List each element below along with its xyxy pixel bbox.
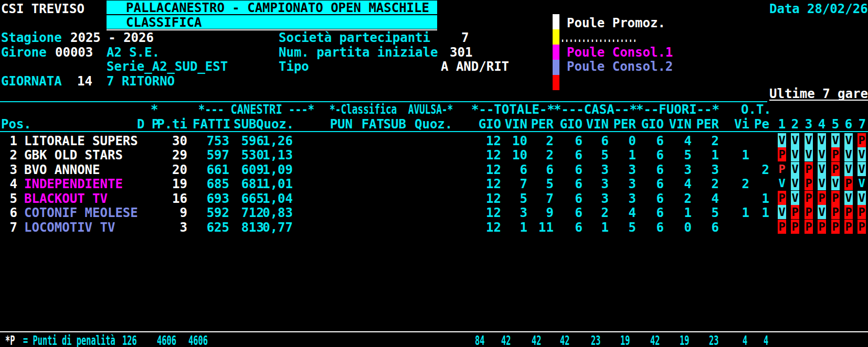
game-result-cell: P [778, 191, 786, 205]
group-header-canestri: *--- CANESTRI ---* [198, 103, 314, 117]
game-result-cell: V [844, 191, 853, 205]
table-row: 4 INDEPENDIENTE 19 685 681 1,01 12 7 5 6… [0, 177, 868, 191]
game-result-cell: P [818, 191, 826, 205]
table-row: 3 BVO ANNONE 20 661 609 1,09 12 6 6 6 3 … [0, 163, 868, 177]
game-result-cell: P [791, 220, 799, 234]
total-per-fuori: 23 [709, 334, 719, 347]
overtime-losses: 1 [733, 206, 769, 220]
quotient-value: 1,26 [256, 134, 293, 148]
group-header-fuori: *--FUORI--* [636, 103, 719, 117]
page-title: PALLACANESTRO - CAMPIONATO OPEN MASCHILE [126, 1, 429, 15]
total-vin-tot: 42 [501, 334, 511, 347]
game-result-cell: V [818, 133, 826, 147]
overtime-losses: 2 [733, 163, 769, 177]
game-result-cell: P [844, 220, 853, 234]
table-row: 7 LOCOMOTIV TV 3 625 813 0,77 12 1 11 6 … [0, 221, 868, 235]
overtime-wins: 2 [713, 177, 749, 191]
total-pti: 126 [122, 334, 137, 347]
points-value: 9 [151, 206, 187, 220]
last7-underline [769, 100, 868, 101]
game-result-cell: P [858, 133, 866, 147]
game-result-cell: V [858, 147, 866, 161]
penalty-star-marker: * [151, 103, 158, 117]
position-number: 6 [0, 206, 17, 220]
position-number: 5 [0, 192, 17, 206]
total-vi: 4 [743, 334, 747, 347]
giornata-value: 14 [77, 74, 92, 89]
game-result-cell: V [831, 133, 840, 147]
group-header-avulsa: *-Classifica AVULSA-* [330, 103, 453, 117]
game-result-cell: P [858, 205, 866, 219]
col-header-fatti: FATTI [193, 117, 229, 132]
legend-swatch-consol1 [553, 45, 559, 60]
group-header-casa: *---CASA--* [554, 103, 637, 117]
col-header-quoz-avulsa: Quoz. [415, 117, 451, 132]
separator-footer [0, 331, 868, 332]
total-gio-fuori: 42 [650, 334, 660, 347]
game-result-cell: P [844, 176, 853, 190]
col-header-game-6: 6 [844, 117, 853, 132]
scored-value: 597 [193, 148, 229, 162]
game-result-cell: P [831, 205, 840, 219]
giornata-desc: 7 RITORNO [107, 74, 175, 89]
points-value: 29 [151, 148, 187, 162]
position-number: 1 [0, 134, 17, 148]
girone-name: A2 S.E. [107, 46, 160, 60]
tipo-label: Tipo [279, 60, 309, 74]
team-name: INDEPENDIENTE [24, 177, 123, 191]
game-result-cell: P [778, 147, 786, 161]
position-number: 3 [0, 163, 17, 177]
game-result-cell: V [818, 176, 826, 190]
lost-away: 2 [682, 134, 719, 148]
game-result-cell: V [791, 162, 799, 176]
game-result-cell: V [858, 176, 866, 190]
col-header-pe: Pe [733, 117, 769, 132]
legend-swatch-consol2 [553, 60, 559, 75]
quotient-value: 0,83 [256, 206, 293, 220]
total-pe: 4 [764, 334, 768, 347]
points-value: 16 [151, 192, 187, 206]
total-per-tot: 42 [532, 334, 542, 347]
col-header-pti: P.ti [151, 117, 187, 132]
overtime-losses: 1 [733, 192, 769, 206]
scored-value: 693 [193, 192, 229, 206]
game-result-cell: P [831, 191, 840, 205]
legend-label-consol1: Poule Consol.1 [567, 46, 673, 60]
position-number: 4 [0, 177, 17, 191]
col-header-quoz: Quoz. [256, 117, 293, 132]
game-result-cell: P [818, 220, 826, 234]
game-result-cell: P [831, 147, 840, 161]
game-result-cell: V [778, 133, 786, 147]
col-header-game-2: 2 [791, 117, 799, 132]
quotient-value: 0,77 [256, 221, 293, 235]
col-header-game-5: 5 [831, 117, 840, 132]
col-header-sub-avulsa: SUB [369, 117, 406, 132]
game-result-cell: V [831, 176, 840, 190]
legend-swatch-promoz [553, 14, 559, 29]
col-header-d: D [137, 117, 144, 132]
game-result-cell: P [778, 220, 786, 234]
serie-name: Serie_A2_SUD_EST [107, 60, 228, 74]
game-result-cell: P [831, 162, 840, 176]
game-result-cell: V [844, 162, 853, 176]
game-result-cell: V [858, 162, 866, 176]
org-name: CSI TREVISO [1, 2, 84, 16]
lost-away: 4 [682, 192, 719, 206]
game-result-cell: V [805, 147, 813, 161]
legend-label-consol2: Poule Consol.2 [567, 60, 673, 74]
girone-value: 00003 [55, 46, 93, 60]
scored-value: 625 [193, 221, 229, 235]
col-header-game-3: 3 [805, 117, 813, 132]
col-header-pos: Pos. [1, 117, 31, 132]
scored-value: 753 [193, 134, 229, 148]
stagione-label: Stagione [1, 31, 62, 45]
game-result-cell: P [805, 176, 813, 190]
game-result-cell: V [844, 133, 853, 147]
game-result-cell: V [818, 162, 826, 176]
col-header-game-4: 4 [818, 117, 826, 132]
penalty-note-text: = Punti di penalità [23, 334, 115, 347]
game-result-cell: P [831, 220, 840, 234]
stagione-value: 2025 - 2026 [70, 31, 154, 45]
group-header-totale: *--TOTALE-* [471, 103, 555, 117]
total-vin-fuori: 19 [680, 334, 690, 347]
